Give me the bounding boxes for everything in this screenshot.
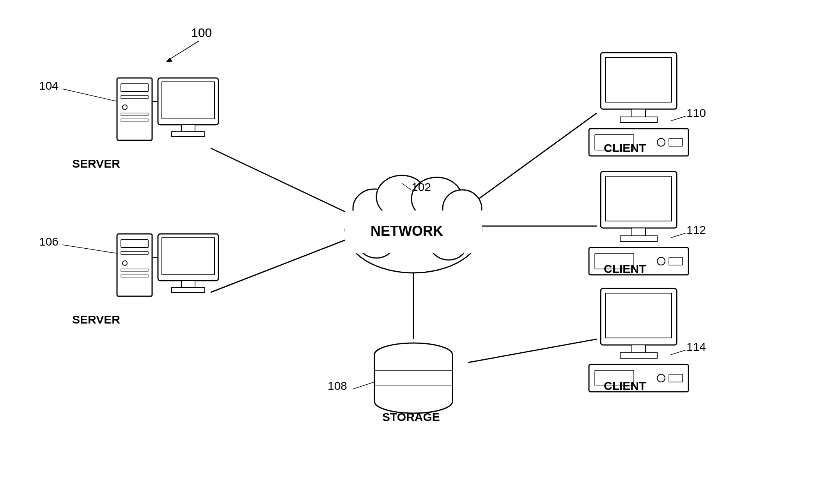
server2-icon — [117, 234, 218, 296]
svg-rect-39 — [172, 288, 205, 292]
svg-rect-69 — [632, 345, 646, 354]
svg-rect-25 — [162, 82, 215, 119]
svg-line-29 — [62, 89, 117, 101]
storage-icon — [374, 343, 452, 413]
svg-rect-70 — [620, 353, 657, 358]
svg-line-4 — [211, 238, 351, 292]
svg-rect-27 — [172, 132, 205, 136]
storage-label: STORAGE — [382, 410, 440, 423]
storage-ref: 108 — [328, 379, 347, 392]
client1-ref: 110 — [686, 106, 706, 119]
svg-rect-45 — [375, 355, 452, 401]
svg-rect-60 — [632, 228, 646, 237]
client3-icon — [589, 288, 688, 392]
svg-line-75 — [671, 350, 686, 355]
network-ref: 102 — [411, 180, 431, 193]
svg-rect-51 — [632, 109, 646, 118]
svg-line-41 — [62, 245, 117, 253]
svg-rect-52 — [620, 117, 657, 122]
client1-icon — [589, 53, 688, 156]
svg-line-5 — [468, 113, 597, 207]
svg-rect-50 — [605, 57, 672, 102]
diagram-container: 100 NETWORK — [0, 0, 830, 504]
svg-rect-59 — [605, 176, 672, 221]
svg-line-66 — [671, 233, 686, 238]
client3-ref: 114 — [686, 340, 706, 353]
server1-label: SERVER — [72, 157, 120, 170]
svg-line-3 — [211, 148, 359, 218]
svg-text:NETWORK: NETWORK — [371, 223, 443, 239]
svg-rect-18 — [117, 78, 152, 140]
svg-line-48 — [353, 382, 374, 389]
svg-line-8 — [468, 339, 597, 363]
main-diagram: 100 NETWORK — [0, 0, 830, 504]
svg-rect-61 — [620, 236, 657, 241]
svg-line-1 — [168, 41, 199, 60]
client3-label: CLIENT — [604, 379, 646, 392]
server2-label: SERVER — [72, 313, 120, 326]
client1-label: CLIENT — [604, 141, 646, 154]
svg-text:100: 100 — [191, 26, 212, 40]
svg-rect-68 — [605, 293, 672, 338]
svg-line-57 — [671, 116, 686, 121]
svg-rect-37 — [162, 238, 215, 275]
client2-ref: 112 — [686, 223, 706, 236]
svg-rect-30 — [117, 234, 152, 296]
server2-ref: 106 — [39, 235, 59, 248]
client2-label: CLIENT — [604, 262, 646, 275]
client2-icon — [589, 172, 688, 275]
server1-icon — [117, 78, 218, 140]
server1-ref: 104 — [39, 79, 59, 92]
